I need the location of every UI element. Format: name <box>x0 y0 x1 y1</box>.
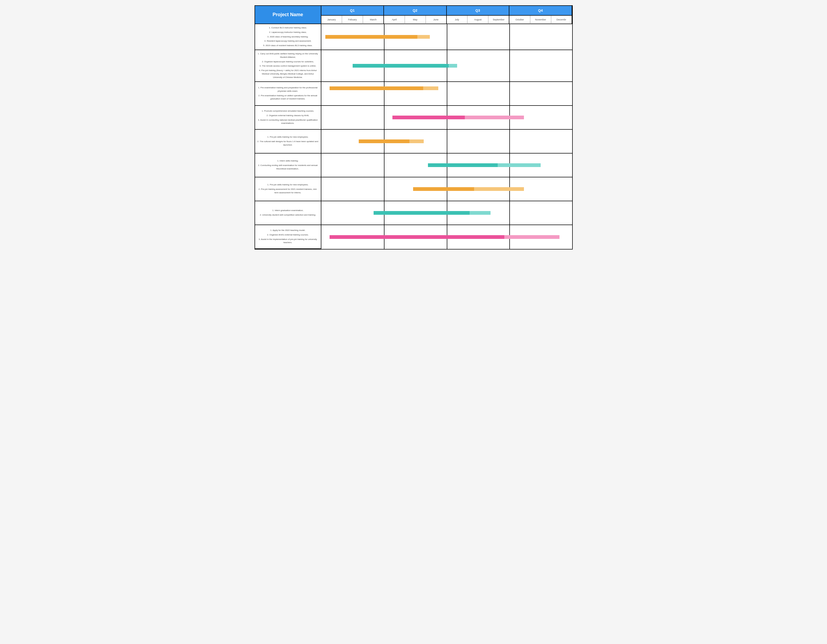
gantt-row-track <box>321 225 572 249</box>
quarter-divider <box>447 129 447 153</box>
gantt-bar-progress <box>374 211 470 215</box>
task-line: 4. Pre-job training (theory + skills) fo… <box>257 69 319 79</box>
quarter-divider <box>384 82 384 105</box>
quarter-header: Q3 <box>447 6 510 16</box>
task-line: 1. Pre-job skills training for new emplo… <box>257 183 319 187</box>
gantt-bar-remaining <box>498 163 541 167</box>
gantt-row-track <box>321 106 572 129</box>
quarter-divider <box>447 82 447 105</box>
gantt-bar-remaining <box>474 187 524 191</box>
gantt-bar-remaining <box>470 211 490 215</box>
month-header: September <box>488 16 509 24</box>
month-header: Decembr <box>551 16 572 24</box>
gantt-bar <box>359 139 423 143</box>
task-row-label: 1. Intern skills training;2. Conducting … <box>255 153 321 177</box>
task-line: 1. Pre-examination training and preparat… <box>257 86 319 93</box>
quarter-header: Q1 <box>321 6 384 16</box>
task-line: 2. Pre-job training assessment for 2021 … <box>257 188 319 195</box>
month-header: January <box>321 16 342 24</box>
gantt-bar-remaining <box>465 115 524 119</box>
gantt-bar <box>392 115 524 119</box>
quarter-divider <box>384 177 384 201</box>
task-line: 5. 2019 class of resident trainees BLS t… <box>257 44 319 47</box>
gantt-row-track <box>321 50 572 82</box>
task-line: 4. Resident laparoscopy training and ass… <box>257 39 319 43</box>
month-header: August <box>467 16 488 24</box>
gantt-bar-progress <box>392 115 465 119</box>
month-header: Febuary <box>342 16 363 24</box>
task-line: 3. Assist in the implementation of pre-j… <box>257 238 319 245</box>
task-row-label: 1. Pre-examination training and preparat… <box>255 82 321 106</box>
quarter-header: Q4 <box>509 6 572 16</box>
task-line: 1. Carry out AHA public welfare training… <box>257 52 319 59</box>
task-line: 1. Intern skills training; <box>257 159 319 163</box>
quarter-divider <box>509 129 510 153</box>
quarter-divider <box>509 82 510 105</box>
task-line: 1. Promote comprehensive simulated teach… <box>257 109 319 113</box>
gantt-bar-remaining <box>449 64 457 68</box>
gantt-bar-remaining <box>504 235 559 239</box>
quarter-divider <box>384 106 384 129</box>
gantt-row-track <box>321 153 572 177</box>
gantt-chart: Project NameQ1Q2Q3Q4JanuaryFebuaryMarchA… <box>254 5 573 249</box>
gantt-bar-progress <box>329 235 504 239</box>
gantt-bar <box>353 64 457 68</box>
quarter-divider <box>509 201 510 225</box>
quarter-divider <box>509 24 510 50</box>
task-row-label: 1. Pre-job skills training for new emplo… <box>255 177 321 201</box>
gantt-bar-remaining <box>409 139 424 143</box>
gantt-bar <box>325 35 430 39</box>
task-line: 3. The remote access control management … <box>257 64 319 68</box>
gantt-row-track <box>321 129 572 153</box>
task-line: 1. Conduct BLS instructor training class… <box>257 26 319 30</box>
gantt-bar-progress <box>413 187 474 191</box>
task-line: 2. Pre-examination training on skilled o… <box>257 94 319 101</box>
task-line: 2. The cultural wall designs for floors … <box>257 140 319 147</box>
task-line: 2. Conducting ending skill examination f… <box>257 164 319 171</box>
month-header: April <box>384 16 405 24</box>
month-header: October <box>509 16 530 24</box>
task-row-label: 1. Intern graduation examination;2. Univ… <box>255 201 321 225</box>
task-row-label: 1. Pre-job skills training for new emplo… <box>255 129 321 153</box>
gantt-bar-remaining <box>417 35 430 39</box>
gantt-bar <box>329 86 438 90</box>
project-name-header: Project Name <box>255 6 321 24</box>
month-header: March <box>363 16 384 24</box>
gantt-row-track <box>321 177 572 201</box>
gantt-row-track <box>321 82 572 106</box>
quarter-divider <box>384 153 384 177</box>
quarter-header: Q2 <box>384 6 447 16</box>
task-row-label: 1. Conduct BLS instructor training class… <box>255 24 321 50</box>
task-row-label: 1. Apply for the 2022 teaching model.2. … <box>255 225 321 249</box>
task-line: 3. 2020 class of teaching secretary trai… <box>257 35 319 39</box>
task-row-label: 1. Carry out AHA public welfare training… <box>255 50 321 82</box>
month-header: May <box>405 16 426 24</box>
task-line: 2. Laparoscopy instructor training class… <box>257 31 319 34</box>
month-header: June <box>426 16 447 24</box>
task-line: 2. Organize external training classes by… <box>257 114 319 117</box>
month-header: November <box>530 16 551 24</box>
task-line: 2. University student skill competition … <box>257 214 319 217</box>
task-line: 2. Organize AHA's external training cour… <box>257 233 319 237</box>
quarter-divider <box>509 50 510 81</box>
task-line: 3. Assist in conducting national medical… <box>257 119 319 125</box>
quarter-divider <box>447 24 447 50</box>
gantt-bar-progress <box>359 139 409 143</box>
task-line: 1. Pre-job skills training for new emplo… <box>257 136 319 139</box>
gantt-row-track <box>321 201 572 225</box>
gantt-bar <box>329 235 559 239</box>
gantt-bar-remaining <box>423 86 438 90</box>
task-line: 1. Apply for the 2022 teaching model. <box>257 229 319 232</box>
task-row-label: 1. Promote comprehensive simulated teach… <box>255 106 321 129</box>
month-header: July <box>447 16 468 24</box>
task-line: 1. Intern graduation examination; <box>257 209 319 212</box>
gantt-bar <box>374 211 490 215</box>
gantt-bar-progress <box>428 163 498 167</box>
gantt-bar <box>413 187 524 191</box>
gantt-bar-progress <box>329 86 423 90</box>
task-line: 2. Organize laparoscopic training course… <box>257 60 319 64</box>
gantt-row-track <box>321 24 572 50</box>
gantt-bar-progress <box>353 64 449 68</box>
gantt-bar <box>428 163 541 167</box>
gantt-bar-progress <box>325 35 417 39</box>
